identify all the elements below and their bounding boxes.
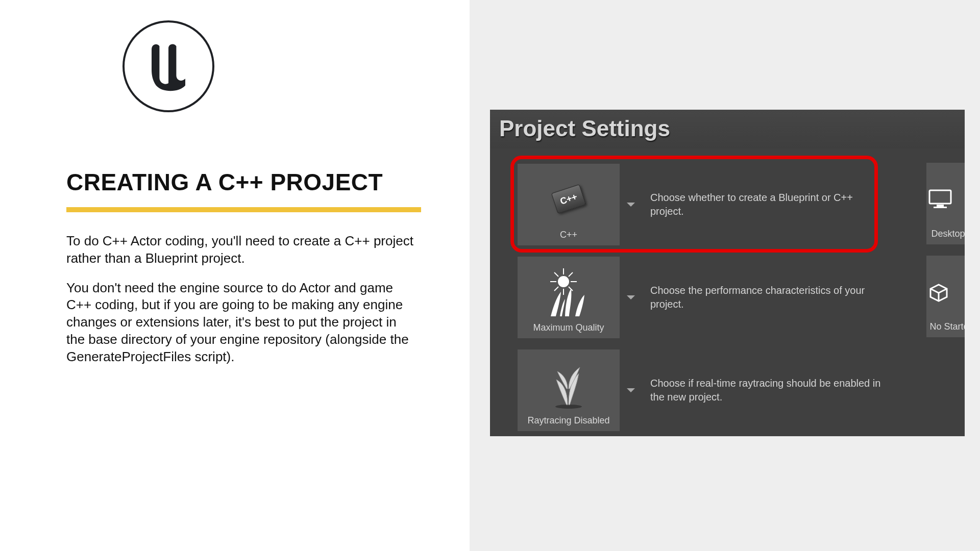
svg-line-8 xyxy=(569,272,573,277)
chevron-down-icon[interactable] xyxy=(627,388,635,392)
thumb-label: Maximum Quality xyxy=(522,319,616,333)
thumb-label: C++ xyxy=(522,227,616,240)
unreal-logo xyxy=(122,20,214,112)
svg-rect-11 xyxy=(937,205,944,207)
cpp-icon: C++ xyxy=(522,171,616,227)
svg-rect-10 xyxy=(929,190,951,204)
setting-thumb-platform[interactable]: Desktop / xyxy=(926,163,965,244)
setting-desc: Choose the performance characteristics o… xyxy=(650,284,885,311)
paragraph-1: To do C++ Actor coding, you'll need to c… xyxy=(66,233,413,267)
box-icon xyxy=(928,262,965,321)
raytracing-icon xyxy=(522,357,616,412)
setting-thumb-starter[interactable]: No Starter xyxy=(926,256,965,337)
chevron-down-icon[interactable] xyxy=(627,295,635,299)
setting-row-raytracing: Raytracing Disabled Choose if real-time … xyxy=(518,349,949,431)
setting-thumb-raytracing[interactable]: Raytracing Disabled xyxy=(518,349,620,431)
quality-icon xyxy=(522,264,616,319)
slide: CREATING A C++ PROJECT To do C++ Actor c… xyxy=(0,0,980,551)
panel-title: Project Settings xyxy=(490,110,965,148)
cpp-card-icon: C++ xyxy=(551,184,586,214)
thumb-label: Desktop / xyxy=(931,229,965,239)
svg-point-9 xyxy=(555,405,582,409)
setting-desc: Choose whether to create a Blueprint or … xyxy=(650,191,885,218)
heading-underline xyxy=(66,207,421,212)
unreal-u-icon xyxy=(140,38,197,94)
svg-line-7 xyxy=(554,287,558,291)
setting-thumb-cpp[interactable]: C++ C++ xyxy=(518,164,620,245)
paragraph-2: You don't need the engine source to do A… xyxy=(66,280,413,366)
svg-point-0 xyxy=(558,277,569,287)
project-settings-panel: Project Settings C++ C++ Choose whether … xyxy=(490,110,965,436)
slide-heading: CREATING A C++ PROJECT xyxy=(66,168,429,196)
thumb-label: No Starter xyxy=(929,321,965,332)
setting-row-cpp: C++ C++ Choose whether to create a Bluep… xyxy=(518,164,949,245)
setting-row-quality: Maximum Quality Choose the performance c… xyxy=(518,257,949,338)
settings-rows: C++ C++ Choose whether to create a Bluep… xyxy=(490,148,965,436)
chevron-down-icon[interactable] xyxy=(627,203,635,207)
screenshot-pane: Project Settings C++ C++ Choose whether … xyxy=(470,0,980,551)
svg-line-5 xyxy=(554,272,558,277)
setting-thumb-quality[interactable]: Maximum Quality xyxy=(518,257,620,338)
thumb-label: Raytracing Disabled xyxy=(522,412,616,426)
side-column: Desktop / No Starter xyxy=(926,163,965,348)
monitor-icon xyxy=(928,169,965,229)
text-pane: CREATING A C++ PROJECT To do C++ Actor c… xyxy=(0,0,470,551)
setting-desc: Choose if real-time raytracing should be… xyxy=(650,377,885,404)
svg-rect-12 xyxy=(934,207,947,208)
